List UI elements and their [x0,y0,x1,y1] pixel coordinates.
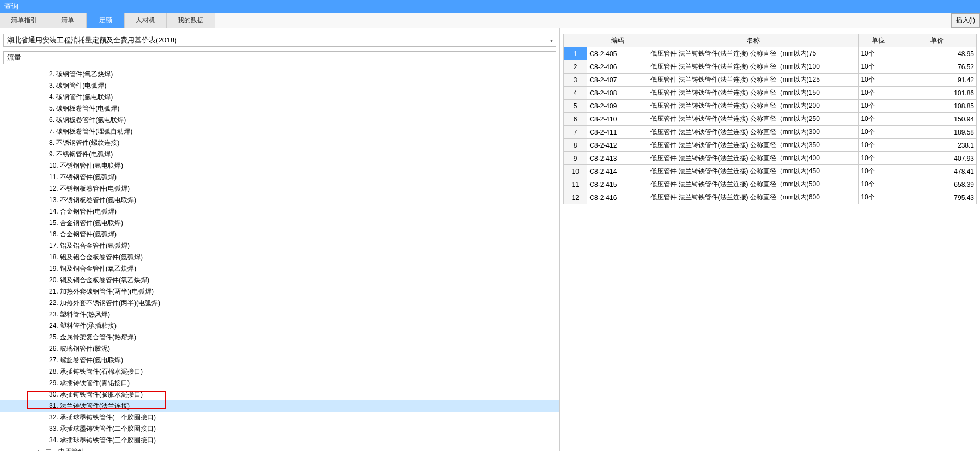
cell-unit: 10个 [859,152,898,165]
cell-price: 91.42 [898,74,976,87]
tree-item[interactable]: 27. 螺旋卷管件(氩电联焊) [0,355,559,366]
cell-price: 48.95 [898,47,976,60]
tab-rencaiji[interactable]: 人材机 [125,13,167,28]
table-row[interactable]: 6C8-2-410低压管件 法兰铸铁管件(法兰连接) 公称直径（mm以内)250… [564,113,977,126]
table-row[interactable]: 7C8-2-411低压管件 法兰铸铁管件(法兰连接) 公称直径（mm以内)300… [564,126,977,139]
table-row[interactable]: 5C8-2-409低压管件 法兰铸铁管件(法兰连接) 公称直径（mm以内)200… [564,100,977,113]
insert-button[interactable]: 插入(I) [951,13,980,28]
tab-row: 清单指引 清单 定额 人材机 我的数据 插入(I) [0,13,980,28]
table-wrapper: 编码 名称 单位 单价 1C8-2-405低压管件 法兰铸铁管件(法兰连接) 公… [563,34,977,204]
cell-price: 407.93 [898,152,976,165]
table-row[interactable]: 1C8-2-405低压管件 法兰铸铁管件(法兰连接) 公称直径（mm以内)751… [564,47,977,60]
tree-item[interactable]: 14. 合金钢管件(电弧焊) [0,206,559,217]
tree-item[interactable]: 28. 承插铸铁管件(石棉水泥接口) [0,366,559,377]
cell-code: C8-2-412 [587,139,648,152]
tree-item[interactable]: 11. 不锈钢管件(氩弧焊) [0,172,559,183]
cell-unit: 10个 [859,74,898,87]
cell-name: 低压管件 法兰铸铁管件(法兰连接) 公称直径（mm以内)400 [648,152,859,165]
cell-idx: 11 [564,178,587,191]
tree-container[interactable]: 2. 碳钢管件(氧乙炔焊)3. 碳钢管件(电弧焊)4. 碳钢管件(氩电联焊)5.… [0,68,559,451]
tree-item[interactable]: 25. 金属骨架复合管件(热熔焊) [0,332,559,343]
tree-item[interactable]: 9. 不锈钢管件(电弧焊) [0,149,559,160]
cell-code: C8-2-410 [587,113,648,126]
cell-name: 低压管件 法兰铸铁管件(法兰连接) 公称直径（mm以内)300 [648,126,859,139]
tab-qingdan[interactable]: 清单 [48,13,87,28]
catalog-select[interactable] [3,34,556,47]
tab-label: 清单 [61,16,74,25]
tree-item[interactable]: 10. 不锈钢管件(氩电联焊) [0,160,559,172]
cell-code: C8-2-408 [587,87,648,100]
th-name[interactable]: 名称 [648,34,859,47]
table-header-row: 编码 名称 单位 单价 [564,34,977,47]
th-price[interactable]: 单价 [898,34,976,47]
tree-item[interactable]: 16. 合金钢管件(氩弧焊) [0,229,559,240]
th-unit[interactable]: 单位 [859,34,898,47]
catalog-select-bar: ▾ [3,34,556,47]
tab-dinge[interactable]: 定额 [87,13,125,28]
cell-idx: 8 [564,139,587,152]
cell-code: C8-2-406 [587,60,648,74]
tree-item[interactable]: 29. 承插铸铁管件(青铅接口) [0,377,559,389]
th-idx[interactable] [564,34,587,47]
tree-item[interactable]: 13. 不锈钢板卷管件(氩电联焊) [0,194,559,206]
cell-name: 低压管件 法兰铸铁管件(法兰连接) 公称直径（mm以内)200 [648,100,859,113]
table-row[interactable]: 12C8-2-416低压管件 法兰铸铁管件(法兰连接) 公称直径（mm以内)60… [564,191,977,204]
tree-item[interactable]: 12. 不锈钢板卷管件(电弧焊) [0,183,559,194]
tree-item[interactable]: 34. 承插球墨铸铁管件(三个胶圈接口) [0,435,559,446]
search-input[interactable] [3,51,556,64]
tree-item[interactable]: 26. 玻璃钢管件(胶泥) [0,343,559,355]
tree-item[interactable]: 24. 塑料管件(承插粘接) [0,320,559,332]
tree-item[interactable]: 18. 铝及铝合金板卷管件(氩弧焊) [0,252,559,263]
cell-price: 478.41 [898,165,976,178]
cell-unit: 10个 [859,60,898,74]
cell-idx: 1 [564,47,587,60]
tree-item[interactable]: 6. 碳钢板卷管件(氩电联焊) [0,114,559,126]
tree-item[interactable]: 8. 不锈钢管件(螺纹连接) [0,137,559,149]
tab-wodeshuju[interactable]: 我的数据 [167,13,215,28]
table-row[interactable]: 8C8-2-412低压管件 法兰铸铁管件(法兰连接) 公称直径（mm以内)350… [564,139,977,152]
cell-name: 低压管件 法兰铸铁管件(法兰连接) 公称直径（mm以内)600 [648,191,859,204]
tree-parent-item[interactable]: ▸ 二、中压管件 [0,446,559,451]
main: ▾ 2. 碳钢管件(氧乙炔焊)3. 碳钢管件(电弧焊)4. 碳钢管件(氩电联焊)… [0,28,980,451]
tree-item[interactable]: 2. 碳钢管件(氧乙炔焊) [0,69,559,80]
tree-item[interactable]: 7. 碳钢板卷管件(埋弧自动焊) [0,126,559,137]
table-row[interactable]: 9C8-2-413低压管件 法兰铸铁管件(法兰连接) 公称直径（mm以内)400… [564,152,977,165]
cell-unit: 10个 [859,126,898,139]
cell-idx: 12 [564,191,587,204]
cell-name: 低压管件 法兰铸铁管件(法兰连接) 公称直径（mm以内)250 [648,113,859,126]
th-code[interactable]: 编码 [587,34,648,47]
cell-price: 658.39 [898,178,976,191]
cell-idx: 2 [564,60,587,74]
cell-idx: 9 [564,152,587,165]
tree-item[interactable]: 17. 铝及铝合金管件(氩弧焊) [0,240,559,252]
table-row[interactable]: 11C8-2-415低压管件 法兰铸铁管件(法兰连接) 公称直径（mm以内)50… [564,178,977,191]
table-row[interactable]: 4C8-2-408低压管件 法兰铸铁管件(法兰连接) 公称直径（mm以内)150… [564,87,977,100]
tab-qingdan-zhiyin[interactable]: 清单指引 [0,13,48,28]
tree-item[interactable]: 31. 法兰铸铁管件(法兰连接) [0,400,559,412]
cell-price: 189.58 [898,126,976,139]
tree-item[interactable]: 22. 加热外套不锈钢管件(两半)(电弧焊) [0,297,559,309]
tree-item[interactable]: 32. 承插球墨铸铁管件(一个胶圈接口) [0,412,559,423]
tree-item[interactable]: 23. 塑料管件(热风焊) [0,309,559,320]
tree-item[interactable]: 33. 承插球墨铸铁管件(二个胶圈接口) [0,423,559,435]
tree-item[interactable]: 15. 合金钢管件(氩电联焊) [0,217,559,229]
title-bar: 查询 [0,0,980,13]
table-row[interactable]: 10C8-2-414低压管件 法兰铸铁管件(法兰连接) 公称直径（mm以内)45… [564,165,977,178]
search-bar [3,51,556,64]
cell-unit: 10个 [859,87,898,100]
tree-item[interactable]: 3. 碳钢管件(电弧焊) [0,80,559,92]
tree-item[interactable]: 5. 碳钢板卷管件(电弧焊) [0,103,559,114]
tree-item[interactable]: 4. 碳钢管件(氩电联焊) [0,92,559,103]
tab-label: 我的数据 [178,16,204,25]
cell-code: C8-2-416 [587,191,648,204]
table-row[interactable]: 2C8-2-406低压管件 法兰铸铁管件(法兰连接) 公称直径（mm以内)100… [564,60,977,74]
tree-item[interactable]: 19. 铜及铜合金管件(氧乙炔焊) [0,263,559,275]
cell-code: C8-2-411 [587,126,648,139]
cell-name: 低压管件 法兰铸铁管件(法兰连接) 公称直径（mm以内)75 [648,47,859,60]
cell-price: 108.85 [898,100,976,113]
tree-item[interactable]: 21. 加热外套碳钢管件(两半)(电弧焊) [0,286,559,297]
tree-item[interactable]: 30. 承插铸铁管件(膨胀水泥接口) [0,389,559,400]
table-row[interactable]: 3C8-2-407低压管件 法兰铸铁管件(法兰连接) 公称直径（mm以内)125… [564,74,977,87]
tree-item[interactable]: 20. 铜及铜合金板卷管件(氧乙炔焊) [0,275,559,286]
cell-code: C8-2-409 [587,100,648,113]
